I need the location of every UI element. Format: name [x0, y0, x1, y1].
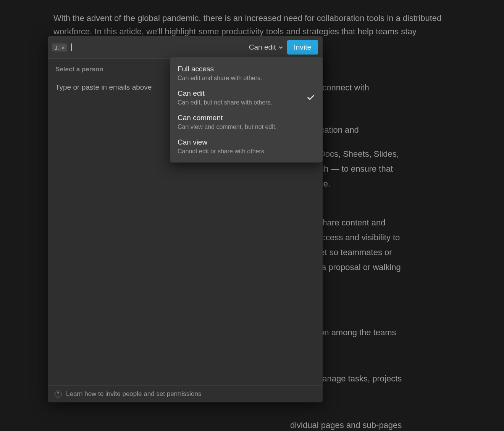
doc-fragment: dividual pages and sub-pages: [53, 418, 458, 431]
permission-option-full-access[interactable]: Full access Can edit and share with othe…: [170, 61, 323, 85]
permission-option-desc: Can edit, but not share with others.: [178, 99, 272, 106]
permission-option-can-view[interactable]: Can view Cannot edit or share with other…: [170, 134, 323, 159]
help-icon: ?: [55, 391, 61, 397]
text-cursor: [71, 43, 72, 51]
invite-button[interactable]: Invite: [287, 40, 318, 55]
permission-option-title: Can edit: [178, 89, 272, 98]
permission-option-title: Can comment: [178, 114, 277, 122]
invite-modal-header: J. × Can edit Invite: [48, 36, 323, 59]
invitee-chip-label: J.: [55, 44, 59, 51]
permission-option-title: Full access: [178, 65, 262, 73]
permission-dropdown: Full access Can edit and share with othe…: [170, 57, 323, 162]
permission-option-desc: Can edit and share with others.: [178, 75, 262, 82]
permission-option-desc: Can view and comment, but not edit.: [178, 124, 277, 130]
permission-dropdown-trigger[interactable]: Can edit: [249, 43, 283, 51]
permission-option-can-comment[interactable]: Can comment Can view and comment, but no…: [170, 110, 323, 134]
permission-option-can-edit[interactable]: Can edit Can edit, but not share with ot…: [170, 85, 323, 110]
permission-trigger-label: Can edit: [249, 43, 276, 51]
check-icon: [307, 93, 315, 102]
chevron-down-icon: [278, 45, 283, 50]
invite-modal-footer[interactable]: ? Learn how to invite people and set per…: [48, 385, 323, 402]
permission-option-title: Can view: [178, 138, 266, 146]
permission-option-desc: Cannot edit or share with others.: [178, 148, 266, 155]
footer-help-link[interactable]: Learn how to invite people and set permi…: [66, 390, 201, 398]
remove-chip-icon[interactable]: ×: [61, 45, 65, 50]
invitee-chip[interactable]: J. ×: [52, 43, 67, 51]
